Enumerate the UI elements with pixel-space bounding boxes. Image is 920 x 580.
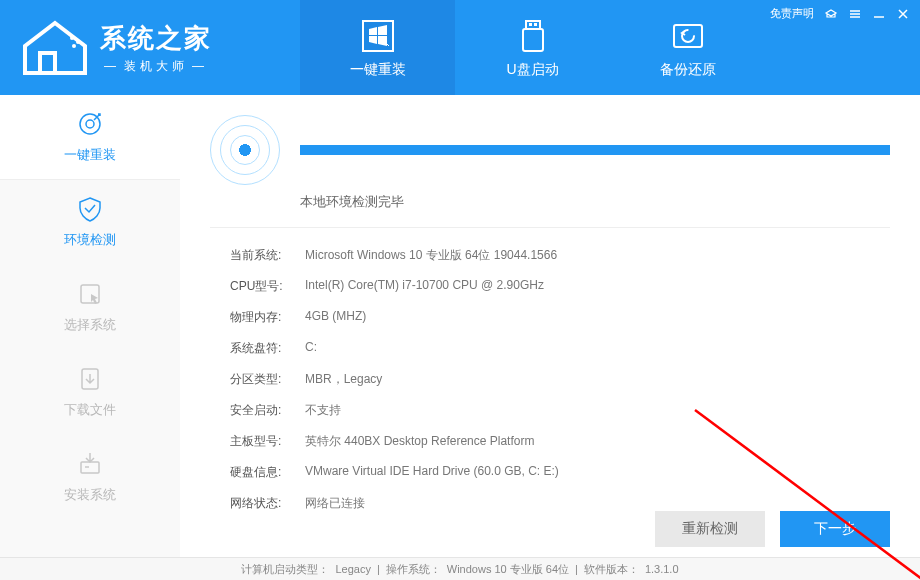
sidebar-item-label: 环境检测	[64, 231, 116, 249]
svg-rect-5	[523, 29, 543, 51]
tab-label: 一键重装	[350, 61, 406, 79]
info-row: 硬盘信息:VMware Virtual IDE Hard Drive (60.0…	[210, 457, 890, 488]
info-row: 系统盘符:C:	[210, 333, 890, 364]
info-value: MBR，Legacy	[305, 371, 382, 388]
sidebar-step-detect[interactable]: 环境检测	[0, 180, 180, 265]
info-value: Microsoft Windows 10 专业版 64位 19044.1566	[305, 247, 557, 264]
install-icon	[76, 450, 104, 478]
info-label: 网络状态:	[230, 495, 305, 512]
info-label: CPU型号:	[230, 278, 305, 295]
brand-logo: 系统之家 装机大师	[0, 0, 300, 96]
svg-rect-7	[534, 23, 537, 26]
menu-icon[interactable]	[848, 7, 862, 21]
info-value: 4GB (MHZ)	[305, 309, 366, 326]
usb-icon	[514, 17, 552, 55]
brand-title: 系统之家	[100, 21, 212, 56]
svg-rect-4	[526, 21, 540, 29]
divider	[210, 227, 890, 228]
footer-os-value: Windows 10 专业版 64位	[447, 562, 569, 577]
shield-check-icon	[76, 195, 104, 223]
info-label: 主板型号:	[230, 433, 305, 450]
info-row: CPU型号:Intel(R) Core(TM) i7-10700 CPU @ 2…	[210, 271, 890, 302]
footer-ver-label: 软件版本：	[584, 562, 639, 577]
sidebar-item-label: 选择系统	[64, 316, 116, 334]
disclaimer-link[interactable]: 免责声明	[770, 6, 814, 21]
tab-label: 备份还原	[660, 61, 716, 79]
steps-sidebar: 一键重装 环境检测 选择系统 下载文件 安装系统	[0, 95, 180, 557]
sidebar-item-label: 下载文件	[64, 401, 116, 419]
svg-rect-8	[674, 25, 702, 47]
svg-rect-12	[81, 285, 99, 303]
status-text: 本地环境检测完毕	[300, 193, 890, 211]
progress-bar	[300, 145, 890, 155]
info-row: 物理内存:4GB (MHZ)	[210, 302, 890, 333]
info-value: 网络已连接	[305, 495, 365, 512]
brand-subtitle: 装机大师	[100, 58, 212, 75]
sidebar-item-label: 安装系统	[64, 486, 116, 504]
info-label: 硬盘信息:	[230, 464, 305, 481]
titlebar-controls: 免责声明	[770, 6, 910, 21]
info-label: 安全启动:	[230, 402, 305, 419]
tab-label: U盘启动	[506, 61, 558, 79]
svg-rect-14	[81, 462, 99, 473]
info-row: 主板型号:英特尔 440BX Desktop Reference Platfor…	[210, 426, 890, 457]
progress-row	[210, 115, 890, 185]
info-label: 当前系统:	[230, 247, 305, 264]
main-panel: 本地环境检测完毕 当前系统:Microsoft Windows 10 专业版 6…	[180, 95, 920, 557]
tab-reinstall[interactable]: 一键重装	[300, 0, 455, 95]
house-icon	[20, 18, 90, 78]
sidebar-step-install[interactable]: 安装系统	[0, 435, 180, 520]
app-header: 系统之家 装机大师 一键重装 U盘启动 备份还原 免责声明	[0, 0, 920, 95]
sidebar-step-select[interactable]: 选择系统	[0, 265, 180, 350]
radar-icon	[210, 115, 280, 185]
svg-point-1	[76, 40, 80, 44]
sidebar-step-reinstall[interactable]: 一键重装	[0, 95, 180, 180]
info-row: 分区类型:MBR，Legacy	[210, 364, 890, 395]
info-value: VMware Virtual IDE Hard Drive (60.0 GB, …	[305, 464, 559, 481]
sidebar-step-download[interactable]: 下载文件	[0, 350, 180, 435]
restore-icon	[669, 17, 707, 55]
svg-point-11	[86, 120, 94, 128]
status-bar: 计算机启动类型： Legacy | 操作系统： Windows 10 专业版 6…	[0, 557, 920, 580]
target-icon	[76, 110, 104, 138]
minimize-button[interactable]	[872, 7, 886, 21]
tab-usb-boot[interactable]: U盘启动	[455, 0, 610, 95]
info-label: 物理内存:	[230, 309, 305, 326]
recheck-button[interactable]: 重新检测	[655, 511, 765, 547]
tab-backup-restore[interactable]: 备份还原	[610, 0, 765, 95]
svg-rect-6	[529, 23, 532, 26]
info-value: 英特尔 440BX Desktop Reference Platform	[305, 433, 534, 450]
footer-ver-value: 1.3.1.0	[645, 563, 679, 575]
header-tabs: 一键重装 U盘启动 备份还原	[300, 0, 765, 95]
info-label: 分区类型:	[230, 371, 305, 388]
footer-boot-value: Legacy	[335, 563, 370, 575]
info-value: C:	[305, 340, 317, 357]
sidebar-item-label: 一键重装	[64, 146, 116, 164]
info-value: Intel(R) Core(TM) i7-10700 CPU @ 2.90GHz	[305, 278, 544, 295]
info-row: 安全启动:不支持	[210, 395, 890, 426]
svg-point-2	[72, 44, 76, 48]
info-row: 当前系统:Microsoft Windows 10 专业版 64位 19044.…	[210, 240, 890, 271]
svg-point-0	[70, 36, 74, 40]
select-icon	[76, 280, 104, 308]
footer-boot-label: 计算机启动类型：	[241, 562, 329, 577]
hat-icon[interactable]	[824, 7, 838, 21]
footer-os-label: 操作系统：	[386, 562, 441, 577]
close-button[interactable]	[896, 7, 910, 21]
windows-icon	[359, 17, 397, 55]
info-value: 不支持	[305, 402, 341, 419]
info-label: 系统盘符:	[230, 340, 305, 357]
download-icon	[76, 365, 104, 393]
next-button[interactable]: 下一步	[780, 511, 890, 547]
